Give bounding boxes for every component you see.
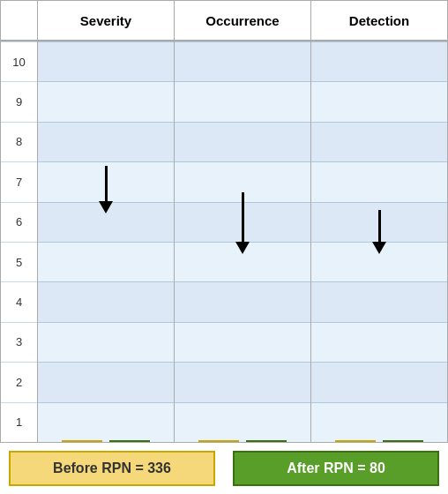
legend-before: Before RPN = 336 xyxy=(9,451,215,486)
occurrence-before-group xyxy=(198,440,239,442)
severity-header: Severity xyxy=(38,1,174,41)
occurrence-section: Occurrence xyxy=(175,1,311,442)
y-label-10: 10 xyxy=(1,41,37,81)
arrow-head xyxy=(235,242,250,254)
main-container: 1 2 3 4 5 6 7 8 9 10 Severity xyxy=(0,0,448,494)
severity-after-bar xyxy=(109,440,150,442)
occurrence-header: Occurrence xyxy=(175,1,310,41)
arrow-line xyxy=(242,192,244,242)
y-label-9: 9 xyxy=(1,81,37,121)
arrow-head xyxy=(99,201,113,213)
detection-after-bar xyxy=(383,440,423,442)
y-label-4: 4 xyxy=(1,281,37,321)
y-label-3: 3 xyxy=(1,322,37,362)
legend: Before RPN = 336 After RPN = 80 xyxy=(0,443,448,494)
occurrence-after-group xyxy=(246,440,287,442)
legend-after: After RPN = 80 xyxy=(233,451,439,486)
occurrence-body-wrapper xyxy=(175,41,310,442)
arrow-head xyxy=(372,242,386,254)
detection-bars xyxy=(311,41,447,442)
severity-section: Severity xyxy=(38,1,175,442)
detection-before-group xyxy=(335,440,376,442)
detection-arrow xyxy=(372,210,386,254)
y-axis: 1 2 3 4 5 6 7 8 9 10 xyxy=(1,1,38,442)
y-label-8: 8 xyxy=(1,122,37,161)
occurrence-before-bar xyxy=(198,440,239,442)
legend-after-label: After RPN = 80 xyxy=(287,460,385,476)
occurrence-arrow xyxy=(235,192,250,254)
severity-after-group xyxy=(109,440,150,442)
detection-header: Detection xyxy=(311,1,447,41)
chart-area: 1 2 3 4 5 6 7 8 9 10 Severity xyxy=(0,0,448,443)
severity-before-bar xyxy=(62,440,102,442)
y-axis-header xyxy=(1,1,37,41)
occurrence-after-bar xyxy=(246,440,287,442)
severity-body-wrapper xyxy=(38,41,174,442)
severity-arrow xyxy=(99,166,113,213)
y-label-7: 7 xyxy=(1,161,37,201)
detection-body-wrapper xyxy=(311,41,447,442)
severity-bars xyxy=(38,41,174,442)
arrow-line xyxy=(105,166,108,201)
y-label-5: 5 xyxy=(1,242,37,281)
arrow-line xyxy=(378,210,381,242)
y-label-6: 6 xyxy=(1,202,37,242)
legend-before-label: Before RPN = 336 xyxy=(53,460,171,476)
detection-before-bar xyxy=(335,440,376,442)
y-axis-labels: 1 2 3 4 5 6 7 8 9 10 xyxy=(1,41,37,442)
chart-columns: Severity xyxy=(38,1,447,442)
detection-after-group xyxy=(383,440,423,442)
severity-before-group xyxy=(62,440,102,442)
y-label-2: 2 xyxy=(1,362,37,401)
detection-section: Detection xyxy=(311,1,447,442)
occurrence-bars xyxy=(175,41,310,442)
y-label-1: 1 xyxy=(1,402,37,442)
